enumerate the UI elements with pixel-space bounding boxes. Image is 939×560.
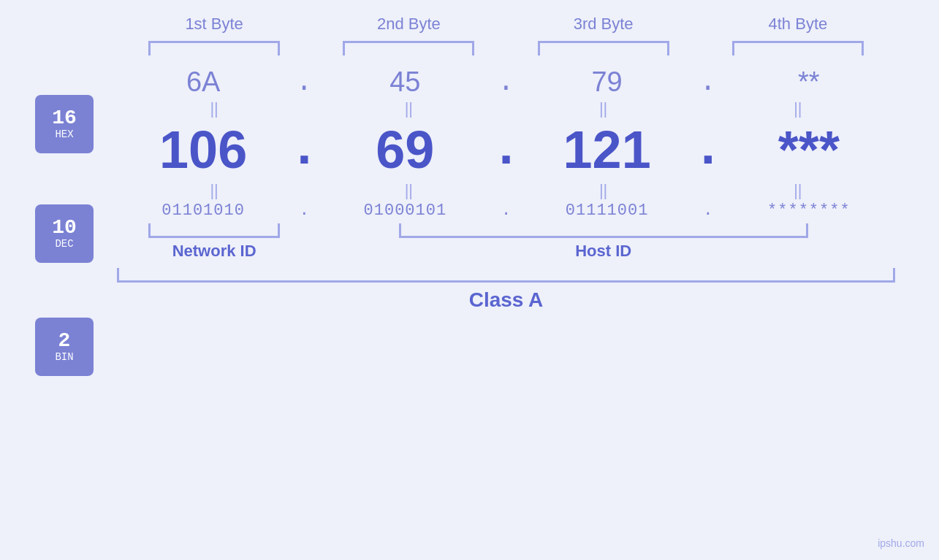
byte-header-1: 1st Byte <box>117 15 311 34</box>
watermark: ipshu.com <box>878 537 924 549</box>
sep-1-1: || <box>117 99 311 118</box>
top-bracket-line-1 <box>148 41 280 55</box>
main-container: 16 HEX 10 DEC 2 BIN 1st Byte 2nd Byte 3r… <box>0 0 939 560</box>
dec-dot-2: . <box>492 120 521 180</box>
sep-1-2: || <box>311 99 506 118</box>
bottom-section: Network ID Host ID Class A <box>44 223 895 312</box>
hex-value-2: 45 <box>319 66 491 98</box>
dec-badge: 10 DEC <box>35 204 94 263</box>
top-bracket-1 <box>117 41 311 55</box>
hex-value-3: 79 <box>521 66 693 98</box>
bin-value-3: 01111001 <box>521 202 693 220</box>
sep-2-3: || <box>506 181 701 200</box>
large-bracket-row <box>117 268 895 283</box>
top-brackets <box>44 41 895 55</box>
sep-1-4: || <box>701 99 895 118</box>
host-bracket <box>399 223 808 238</box>
host-id-label: Host ID <box>311 242 895 261</box>
top-bracket-2 <box>311 41 506 55</box>
byte-header-3: 3rd Byte <box>506 15 701 34</box>
sep-row-1: || || || || <box>117 98 895 120</box>
bin-value-4: ******** <box>723 202 895 220</box>
byte-headers: 1st Byte 2nd Byte 3rd Byte 4th Byte <box>44 15 895 34</box>
dec-dot-3: . <box>693 120 723 180</box>
dec-base-number: 10 <box>52 218 77 238</box>
bin-badge: 2 BIN <box>35 318 94 376</box>
top-bracket-3 <box>506 41 701 55</box>
top-bracket-line-2 <box>343 41 474 55</box>
bin-value-2: 01000101 <box>319 202 491 220</box>
network-id-label: Network ID <box>117 242 311 261</box>
class-bracket <box>117 268 895 283</box>
hex-dot-2: . <box>492 66 521 98</box>
dec-value-1: 106 <box>117 120 289 180</box>
bottom-brackets-row <box>117 223 895 238</box>
top-bracket-4 <box>701 41 895 55</box>
sep-2-2: || <box>311 181 506 200</box>
byte-header-4: 4th Byte <box>701 15 895 34</box>
hex-base-label: HEX <box>55 129 73 141</box>
bin-row: 01101010 . 01000101 . 01111001 . *******… <box>117 202 895 220</box>
network-bracket <box>148 223 280 238</box>
hex-dot-3: . <box>693 66 723 98</box>
bin-base-number: 2 <box>58 331 71 351</box>
hex-value-1: 6A <box>117 66 289 98</box>
sep-2-4: || <box>701 181 895 200</box>
hex-base-number: 16 <box>52 108 77 129</box>
dec-row: 106 . 69 . 121 . *** <box>117 120 895 180</box>
hex-dot-1: . <box>289 66 319 98</box>
byte-header-2: 2nd Byte <box>311 15 506 34</box>
dec-dot-1: . <box>289 120 319 180</box>
dec-value-4: *** <box>723 120 895 180</box>
hex-value-4: ** <box>723 66 895 98</box>
top-bracket-line-3 <box>538 41 669 55</box>
hex-row: 6A . 45 . 79 . ** <box>117 66 895 98</box>
rows-container: 6A . 45 . 79 . ** || || || <box>44 66 895 220</box>
host-bracket-container <box>311 223 895 238</box>
sep-1-3: || <box>506 99 701 118</box>
network-bracket-container <box>117 223 311 238</box>
bin-dot-2: . <box>492 202 521 220</box>
bin-dot-3: . <box>693 202 723 220</box>
bin-value-1: 01101010 <box>117 202 289 220</box>
class-label: Class A <box>117 288 895 312</box>
dec-base-label: DEC <box>55 238 73 250</box>
sep-row-2: || || || || <box>117 180 895 202</box>
sep-2-1: || <box>117 181 311 200</box>
top-bracket-line-4 <box>732 41 864 55</box>
labels-row: Network ID Host ID <box>117 242 895 261</box>
dec-value-3: 121 <box>521 120 693 180</box>
bin-dot-1: . <box>289 202 319 220</box>
hex-badge: 16 HEX <box>35 95 94 153</box>
bin-base-label: BIN <box>55 351 73 364</box>
dec-value-2: 69 <box>319 120 491 180</box>
